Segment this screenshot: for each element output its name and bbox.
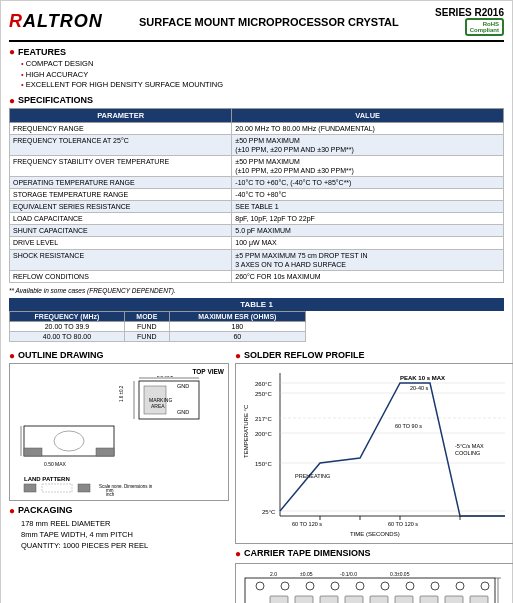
svg-rect-65 — [295, 596, 313, 603]
svg-text:250°C: 250°C — [255, 391, 272, 397]
features-bullet: ● — [9, 46, 15, 57]
header: RALTRON SURFACE MOUNT MICROPROCESSOR CRY… — [9, 7, 504, 42]
outline-svg: MARKING AREA GND GND 2.0 ±0.2 1.6 ±0.2 — [19, 376, 219, 496]
features-list: COMPACT DESIGN HIGH ACCURACY EXCELLENT F… — [21, 59, 504, 91]
specs-value-10: 260°C FOR 10s MAXIMUM — [232, 270, 504, 282]
svg-point-58 — [356, 582, 364, 590]
specs-param-1: FREQUENCY TOLERANCE AT 25°C — [10, 134, 232, 155]
specs-param-7: SHUNT CAPACITANCE — [10, 225, 232, 237]
svg-text:0.50 MAX: 0.50 MAX — [44, 461, 67, 467]
specs-row: EQUIVALENT SERIES RESISTANCESEE TABLE 1 — [10, 201, 504, 213]
feature-item-3: EXCELLENT FOR HIGH DENSITY SURFACE MOUNT… — [21, 80, 504, 91]
t1-cell-1-1: FUND — [124, 331, 169, 341]
specs-param-10: REFLOW CONDITIONS — [10, 270, 232, 282]
svg-text:PEAK 10 s MAX: PEAK 10 s MAX — [400, 375, 445, 381]
specs-row: REFLOW CONDITIONS260°C FOR 10s MAXIMUM — [10, 270, 504, 282]
specs-value-8: 100 μW MAX — [232, 237, 504, 249]
specs-value-9: ±5 PPM MAXIMUM 75 cm DROP TEST IN 3 AXES… — [232, 249, 504, 270]
feature-item-2: HIGH ACCURACY — [21, 70, 504, 81]
packaging-list: 178 mm REEL DIAMETER 8mm TAPE WIDTH, 4 m… — [21, 518, 229, 552]
svg-text:-0.1/0.0: -0.1/0.0 — [340, 571, 357, 577]
t1-cell-0-2: 180 — [169, 321, 305, 331]
svg-text:2.0 ±0.2: 2.0 ±0.2 — [157, 376, 174, 378]
t1-col-mode: MODE — [124, 311, 169, 321]
table1-row: 20.00 TO 39.9FUND180 — [10, 321, 306, 331]
svg-text:200°C: 200°C — [255, 431, 272, 437]
svg-text:TIME (SECONDS): TIME (SECONDS) — [350, 531, 400, 537]
svg-text:217°C: 217°C — [255, 416, 272, 422]
svg-rect-18 — [24, 484, 36, 492]
series-info: SERIES R2016 RoHSCompliant — [435, 7, 504, 36]
t1-col-esr: MAXIMUM ESR (OHMS) — [169, 311, 305, 321]
svg-rect-12 — [96, 448, 114, 456]
svg-rect-19 — [42, 484, 72, 492]
specs-row: FREQUENCY STABILITY OVER TEMPERATURE±50 … — [10, 155, 504, 176]
page: RALTRON SURFACE MOUNT MICROPROCESSOR CRY… — [0, 0, 513, 603]
svg-text:PREHEATING: PREHEATING — [295, 473, 330, 479]
top-view-label: TOP VIEW — [192, 368, 224, 375]
specs-title: SPECIFICATIONS — [18, 95, 93, 105]
specs-row: FREQUENCY TOLERANCE AT 25°C±50 PPM MAXIM… — [10, 134, 504, 155]
col-right: ● SOLDER REFLOW PROFILE TEMPERATURE °C 2… — [235, 346, 513, 603]
specs-param-8: DRIVE LEVEL — [10, 237, 232, 249]
svg-rect-72 — [470, 596, 488, 603]
table1-row: 40.00 TO 80.00FUND60 — [10, 331, 306, 341]
col-left: ● OUTLINE DRAWING TOP VIEW MARKING AREA — [9, 346, 229, 603]
svg-text:-5°C/s MAX: -5°C/s MAX — [455, 443, 484, 449]
carrier-svg: 8.0 4.0 1.5 DIA. ±0.05 (SPROCKET HOLE) D… — [240, 568, 510, 603]
solder-svg: TEMPERATURE °C 260°C 250°C 217°C — [240, 368, 510, 538]
svg-text:60 TO 120 s: 60 TO 120 s — [292, 521, 322, 527]
outline-title: OUTLINE DRAWING — [18, 350, 104, 360]
svg-rect-66 — [320, 596, 338, 603]
packaging-bullet: ● — [9, 505, 15, 516]
carrier-title: CARRIER TAPE DIMENSIONS — [244, 548, 370, 558]
specs-param-0: FREQUENCY RANGE — [10, 122, 232, 134]
specs-value-3: -10°C TO +60°C, (-40°C TO +85°C**) — [232, 176, 504, 188]
specs-param-4: STORAGE TEMPERATURE RANGE — [10, 189, 232, 201]
specs-table: PARAMETER VALUE FREQUENCY RANGE20.00 MHz… — [9, 108, 504, 283]
logo: RALTRON — [9, 11, 103, 32]
specs-value-1: ±50 PPM MAXIMUM (±10 PPM, ±20 PPM AND ±3… — [232, 134, 504, 155]
specs-param-2: FREQUENCY STABILITY OVER TEMPERATURE — [10, 155, 232, 176]
specs-bullet: ● — [9, 95, 15, 106]
specs-row: LOAD CAPACITANCE8pF, 10pF, 12pF TO 22pF — [10, 213, 504, 225]
specs-row: DRIVE LEVEL100 μW MAX — [10, 237, 504, 249]
table1-title: TABLE 1 — [9, 298, 504, 311]
outline-section-header: ● OUTLINE DRAWING — [9, 350, 229, 361]
svg-rect-11 — [24, 448, 42, 456]
rohs-badge: RoHSCompliant — [465, 18, 504, 36]
svg-text:2.0: 2.0 — [270, 571, 277, 577]
specs-param-6: LOAD CAPACITANCE — [10, 213, 232, 225]
svg-point-55 — [281, 582, 289, 590]
specs-col-value: VALUE — [232, 108, 504, 122]
svg-point-61 — [431, 582, 439, 590]
svg-text:±0.05: ±0.05 — [300, 571, 313, 577]
svg-rect-69 — [395, 596, 413, 603]
svg-text:60 TO 90 s: 60 TO 90 s — [395, 423, 422, 429]
svg-text:LAND PATTERN: LAND PATTERN — [24, 476, 70, 482]
specs-value-0: 20.00 MHz TO 80.00 MHz (FUNDAMENTAL) — [232, 122, 504, 134]
svg-text:25°C: 25°C — [262, 509, 276, 515]
specs-row: OPERATING TEMPERATURE RANGE-10°C TO +60°… — [10, 176, 504, 188]
specs-value-2: ±50 PPM MAXIMUM (±10 PPM, ±20 PPM AND ±3… — [232, 155, 504, 176]
carrier-section-header: ● CARRIER TAPE DIMENSIONS — [235, 548, 513, 559]
carrier-area: 8.0 4.0 1.5 DIA. ±0.05 (SPROCKET HOLE) D… — [235, 563, 513, 603]
svg-text:1.6 ±0.2: 1.6 ±0.2 — [119, 385, 124, 402]
svg-point-57 — [331, 582, 339, 590]
table1-container: TABLE 1 FREQUENCY (MHz) MODE MAXIMUM ESR… — [9, 298, 504, 342]
t1-cell-0-1: FUND — [124, 321, 169, 331]
solder-section-header: ● SOLDER REFLOW PROFILE — [235, 350, 513, 361]
table1: FREQUENCY (MHz) MODE MAXIMUM ESR (OHMS) … — [9, 311, 306, 342]
svg-point-60 — [406, 582, 414, 590]
specs-col-parameter: PARAMETER — [10, 108, 232, 122]
outline-bullet: ● — [9, 350, 15, 361]
svg-point-59 — [381, 582, 389, 590]
svg-rect-64 — [270, 596, 288, 603]
svg-point-62 — [456, 582, 464, 590]
specs-value-5: SEE TABLE 1 — [232, 201, 504, 213]
specs-value-7: 5.0 pF MAXIMUM — [232, 225, 504, 237]
svg-rect-67 — [345, 596, 363, 603]
svg-text:COOLING: COOLING — [455, 450, 480, 456]
specs-row: SHUNT CAPACITANCE5.0 pF MAXIMUM — [10, 225, 504, 237]
solder-title: SOLDER REFLOW PROFILE — [244, 350, 365, 360]
